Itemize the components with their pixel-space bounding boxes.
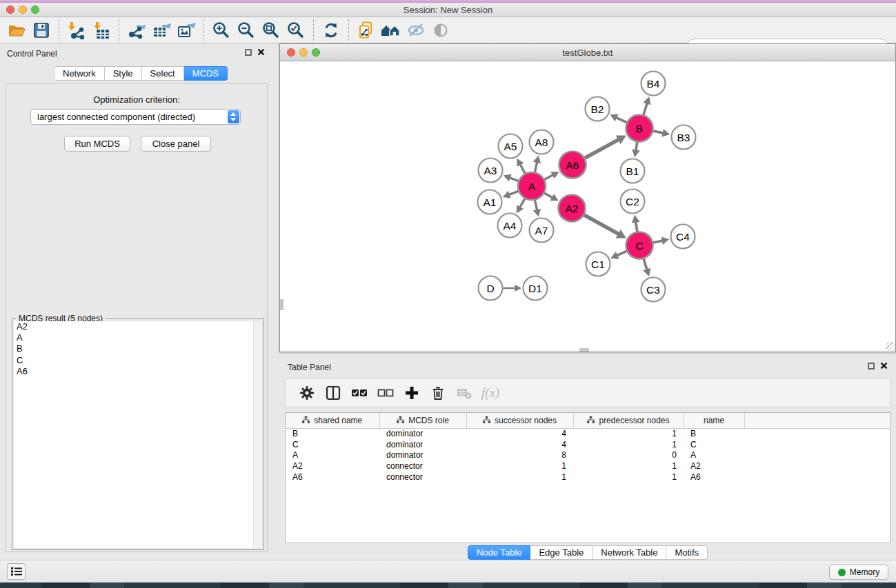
arrowhead-A-A8 [533, 156, 541, 164]
select-all-button[interactable] [346, 381, 372, 405]
tab-edge-table[interactable]: Edge Table [530, 545, 593, 560]
tab-mcds[interactable]: MCDS [184, 66, 228, 81]
float-panel-icon[interactable] [868, 363, 875, 369]
fx-icon: f(x) [481, 385, 499, 401]
table-row[interactable]: A2connector11A2 [286, 460, 890, 472]
delete-column-button[interactable] [425, 381, 451, 405]
network-canvas[interactable]: AA1A2A3A4A5A6A7A8BB1B2B3B4CC1C2C3C4DD1 [280, 61, 895, 352]
cell-filler [744, 439, 890, 450]
close-panel-icon[interactable] [880, 362, 888, 369]
export-image-icon [177, 21, 196, 40]
vertical-scrollbar-thumb[interactable] [280, 299, 283, 310]
memory-button[interactable]: Memory [829, 565, 888, 580]
node-label-C2: C2 [626, 196, 639, 207]
table-row[interactable]: Cdominator41C [286, 439, 890, 450]
cell-name[interactable]: A2 [684, 460, 744, 472]
column-header-predecessor-nodes[interactable]: predecessor nodes [573, 413, 684, 428]
mcds-result-item[interactable]: C [14, 355, 262, 366]
tab-select[interactable]: Select [142, 66, 184, 81]
optimization-criterion-select[interactable]: largest connected component (directed) [30, 109, 241, 125]
table-panel-title: Table Panel [288, 363, 331, 372]
cell-successor-nodes[interactable]: 4 [466, 439, 573, 450]
close-panel-icon[interactable] [257, 48, 265, 56]
network-graph[interactable]: AA1A2A3A4A5A6A7A8BB1B2B3B4CC1C2C3C4DD1 [280, 61, 895, 352]
cell-predecessor-nodes[interactable]: 1 [573, 472, 684, 483]
export-table-button[interactable] [149, 19, 174, 42]
show-all-button[interactable] [428, 19, 453, 42]
cell-name[interactable]: C [684, 439, 744, 450]
table-row[interactable]: Bdominator41B [286, 428, 890, 439]
import-table-button[interactable] [89, 19, 114, 42]
column-header-shared-name[interactable]: shared name [286, 413, 379, 428]
mcds-result-item[interactable]: A2 [14, 321, 262, 332]
node-table[interactable]: shared nameMCDS rolesuccessor nodesprede… [285, 412, 890, 543]
zoom-selected-button[interactable] [283, 19, 308, 42]
node-label-B2: B2 [591, 103, 604, 115]
column-label: name [704, 416, 724, 425]
node-label-C4: C4 [676, 231, 690, 243]
run-mcds-button[interactable]: Run MCDS [64, 136, 130, 152]
table-row[interactable]: Adominator80A [286, 449, 890, 460]
column-header-successor-nodes[interactable]: successor nodes [466, 413, 573, 428]
cell-predecessor-nodes[interactable]: 0 [573, 449, 684, 460]
cell-shared-name[interactable]: A6 [286, 472, 379, 483]
scrollbar-track[interactable] [253, 321, 262, 548]
first-neighbors-button[interactable] [379, 19, 404, 42]
cell-shared-name[interactable]: A [286, 449, 379, 460]
cell-shared-name[interactable]: B [286, 428, 379, 439]
tab-motifs[interactable]: Motifs [666, 545, 708, 560]
cell-name[interactable]: B [684, 428, 744, 439]
table-row[interactable]: A6connector11A6 [286, 472, 890, 483]
hide-selected-button[interactable] [404, 19, 428, 42]
cell-MCDS-role[interactable]: dominator [379, 428, 466, 439]
close-panel-button[interactable]: Close panel [141, 136, 211, 152]
open-file-button[interactable] [4, 19, 29, 42]
cell-predecessor-nodes[interactable]: 1 [573, 460, 684, 472]
node-label-C1: C1 [591, 258, 605, 270]
zoom-fit-button[interactable] [259, 19, 283, 42]
import-network-button[interactable] [64, 19, 89, 42]
float-panel-icon[interactable] [245, 49, 252, 56]
cell-successor-nodes[interactable]: 1 [466, 472, 573, 483]
show-columns-button[interactable] [320, 381, 346, 405]
refresh-button[interactable] [319, 19, 344, 42]
cell-MCDS-role[interactable]: dominator [379, 449, 466, 460]
zoom-in-button[interactable] [209, 19, 234, 42]
network-window-titlebar[interactable]: testGlobe.txt [280, 44, 895, 61]
cell-shared-name[interactable]: A2 [286, 460, 379, 472]
tab-node-table[interactable]: Node Table [468, 545, 531, 560]
cell-successor-nodes[interactable]: 4 [466, 428, 573, 439]
resize-grip[interactable] [886, 342, 895, 351]
mcds-result-item[interactable]: A6 [14, 366, 262, 377]
cell-MCDS-role[interactable]: dominator [379, 439, 466, 450]
cell-predecessor-nodes[interactable]: 1 [573, 428, 684, 439]
cell-name[interactable]: A6 [684, 472, 744, 483]
horizontal-scrollbar-thumb[interactable] [579, 348, 589, 352]
save-session-button[interactable] [29, 19, 54, 42]
mcds-result-item[interactable]: A [14, 332, 262, 343]
zoom-out-button[interactable] [234, 19, 259, 42]
column-header-MCDS-role[interactable]: MCDS role [379, 413, 466, 428]
cell-predecessor-nodes[interactable]: 1 [573, 439, 684, 450]
export-network-button[interactable] [124, 19, 149, 42]
cell-MCDS-role[interactable]: connector [379, 472, 466, 483]
tab-network-table[interactable]: Network Table [593, 545, 666, 560]
new-network-from-selection-button[interactable] [354, 19, 379, 42]
table-settings-button[interactable] [294, 381, 320, 405]
export-image-button[interactable] [174, 19, 199, 42]
column-label: shared name [314, 416, 362, 425]
arrowhead-C-C2 [632, 215, 640, 223]
cell-shared-name[interactable]: C [286, 439, 379, 450]
refresh-icon [321, 21, 341, 40]
create-column-button[interactable] [399, 381, 425, 405]
cell-successor-nodes[interactable]: 8 [466, 449, 573, 460]
column-header-name[interactable]: name [684, 413, 744, 428]
cell-successor-nodes[interactable]: 1 [466, 460, 573, 472]
tab-style[interactable]: Style [105, 66, 142, 81]
task-history-button[interactable] [7, 563, 26, 580]
mcds-result-item[interactable]: B [14, 343, 262, 354]
deselect-all-button[interactable] [372, 381, 399, 405]
cell-MCDS-role[interactable]: connector [379, 460, 466, 472]
cell-name[interactable]: A [684, 449, 744, 460]
tab-network[interactable]: Network [54, 66, 105, 81]
